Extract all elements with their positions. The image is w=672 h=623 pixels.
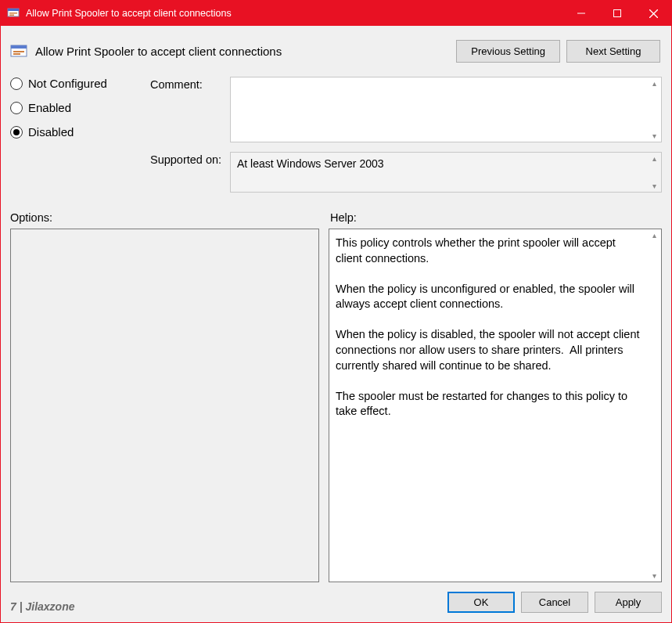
supported-label: Supported on: [150,152,222,193]
close-button[interactable] [635,1,671,26]
titlebar: Allow Print Spooler to accept client con… [1,1,671,26]
next-setting-button[interactable]: Next Setting [566,40,660,63]
radio-enabled-input[interactable] [10,102,23,114]
ok-button[interactable]: OK [447,592,515,613]
titlebar-left: Allow Print Spooler to accept client con… [1,7,232,20]
lower-panels: This policy controls whether the print s… [10,229,662,582]
svg-rect-1 [8,9,19,11]
comment-box: ▴ ▾ [230,77,662,142]
supported-row: Supported on: At least Windows Server 20… [150,152,662,193]
radio-disabled[interactable]: Disabled [10,125,139,139]
footer-buttons: OK Cancel Apply [447,592,662,613]
window-controls [563,1,671,26]
fields-column: Comment: ▴ ▾ Supported on: At least Wind… [150,77,662,193]
radio-enabled[interactable]: Enabled [10,101,139,114]
options-label: Options: [10,211,319,224]
comment-label: Comment: [150,77,222,142]
policy-icon [7,7,20,20]
radio-not-configured[interactable]: Not Configured [10,77,139,90]
lower-labels: Options: Help: [10,211,662,224]
policy-title: Allow Print Spooler to accept client con… [35,45,282,58]
radio-not-configured-input[interactable] [10,77,23,90]
footer: 7 | Jilaxzone OK Cancel Apply [10,592,662,613]
svg-rect-3 [9,15,14,16]
window-title: Allow Print Spooler to accept client con… [26,8,232,19]
header-left: Allow Print Spooler to accept client con… [10,43,282,60]
group-policy-editor-window: Allow Print Spooler to accept client con… [0,0,672,623]
nav-buttons: Previous Setting Next Setting [456,40,660,63]
previous-setting-button[interactable]: Previous Setting [456,40,560,63]
apply-button[interactable]: Apply [595,592,662,613]
cancel-button[interactable]: Cancel [521,592,588,613]
radio-not-configured-label: Not Configured [28,77,107,90]
help-label: Help: [330,211,357,224]
options-panel [10,229,319,582]
svg-rect-10 [13,51,24,52]
minimize-button[interactable] [563,1,599,26]
dialog-body: Allow Print Spooler to accept client con… [1,26,671,622]
comment-input[interactable] [231,77,661,142]
svg-rect-5 [614,10,621,17]
config-area: Not Configured Enabled Disabled Comment: [10,77,662,193]
svg-rect-9 [11,45,27,49]
watermark: 7 | Jilaxzone [10,600,75,613]
comment-row: Comment: ▴ ▾ [150,77,662,142]
maximize-button[interactable] [599,1,635,26]
svg-rect-2 [9,13,17,14]
supported-value: At least Windows Server 2003 [231,153,661,192]
help-panel: This policy controls whether the print s… [329,229,662,582]
svg-rect-11 [13,53,20,55]
supported-box: At least Windows Server 2003 ▴ ▾ [230,152,662,193]
radio-enabled-label: Enabled [28,101,71,114]
radio-disabled-label: Disabled [28,125,74,139]
policy-setting-icon [10,43,27,60]
header-row: Allow Print Spooler to accept client con… [10,40,662,63]
state-radio-group: Not Configured Enabled Disabled [10,77,139,193]
radio-disabled-input[interactable] [10,126,23,139]
help-text: This policy controls whether the print s… [329,229,661,582]
